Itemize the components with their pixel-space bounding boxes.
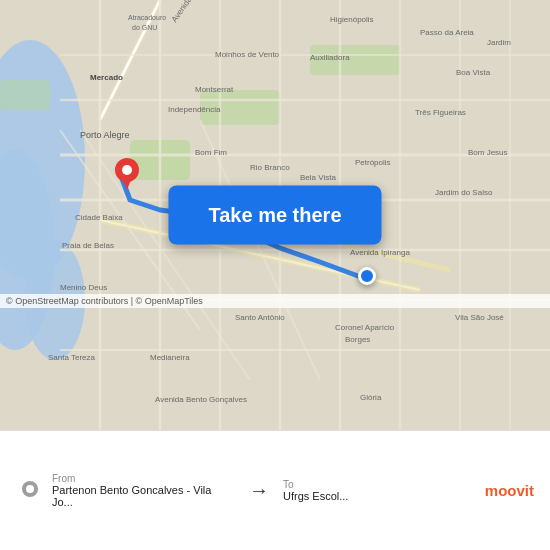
destination-dot xyxy=(358,267,376,285)
svg-rect-7 xyxy=(0,80,50,110)
map-area: Porto Alegre Cidade Baixa Praia de Belas… xyxy=(0,0,550,430)
svg-text:Bom Jesus: Bom Jesus xyxy=(468,148,508,157)
svg-text:Passo da Areia: Passo da Areia xyxy=(420,28,474,37)
svg-text:Rio Branco: Rio Branco xyxy=(250,163,290,172)
svg-text:Jardim do Salso: Jardim do Salso xyxy=(435,188,493,197)
from-stop: From Partenon Bento Goncalves - Vila Jo.… xyxy=(52,473,235,508)
svg-point-68 xyxy=(26,485,34,493)
svg-text:Avenida Bento Gonçalves: Avenida Bento Gonçalves xyxy=(155,395,247,404)
svg-text:Vila São José: Vila São José xyxy=(455,313,504,322)
svg-text:Praia de Belas: Praia de Belas xyxy=(62,241,114,250)
bottom-bar: From Partenon Bento Goncalves - Vila Jo.… xyxy=(0,430,550,550)
svg-text:Menino Deus: Menino Deus xyxy=(60,283,107,292)
to-stop: To Ufrgs Escol... xyxy=(283,479,466,502)
svg-text:do GNU: do GNU xyxy=(132,24,157,31)
to-stop-name: Ufrgs Escol... xyxy=(283,490,466,502)
take-me-there-button[interactable]: Take me there xyxy=(168,186,381,245)
from-sublabel: From xyxy=(52,473,235,484)
svg-text:Petrópolis: Petrópolis xyxy=(355,158,391,167)
origin-pin xyxy=(115,158,139,196)
svg-text:Mercado: Mercado xyxy=(90,73,123,82)
svg-text:Higienópolis: Higienópolis xyxy=(330,15,374,24)
svg-text:Boa Vista: Boa Vista xyxy=(456,68,491,77)
svg-text:Santo Antônio: Santo Antônio xyxy=(235,313,285,322)
svg-text:Bom Fim: Bom Fim xyxy=(195,148,227,157)
svg-point-66 xyxy=(122,165,132,175)
svg-text:Borges: Borges xyxy=(345,335,370,344)
from-stop-name: Partenon Bento Goncalves - Vila Jo... xyxy=(52,484,235,508)
svg-text:Três Figueiras: Três Figueiras xyxy=(415,108,466,117)
origin-icon xyxy=(16,479,44,503)
to-sublabel: To xyxy=(283,479,466,490)
moovit-logo: moovit xyxy=(474,482,534,499)
svg-text:Independência: Independência xyxy=(168,105,221,114)
svg-text:Moinhos de Vento: Moinhos de Vento xyxy=(215,50,280,59)
svg-text:Jardim: Jardim xyxy=(487,38,511,47)
svg-text:Medianeira: Medianeira xyxy=(150,353,190,362)
svg-text:Cidade Baixa: Cidade Baixa xyxy=(75,213,123,222)
map-attribution: © OpenStreetMap contributors | © OpenMap… xyxy=(0,294,550,308)
svg-text:Auxiliadora: Auxiliadora xyxy=(310,53,350,62)
svg-text:Glória: Glória xyxy=(360,393,382,402)
svg-text:Avenida Ipiranga: Avenida Ipiranga xyxy=(350,248,410,257)
arrow-separator: → xyxy=(243,479,275,502)
svg-text:Montserrat: Montserrat xyxy=(195,85,234,94)
svg-text:Atracadouro: Atracadouro xyxy=(128,14,166,21)
svg-marker-65 xyxy=(122,177,132,190)
svg-text:Coronel Aparício: Coronel Aparício xyxy=(335,323,395,332)
svg-text:Porto Alegre: Porto Alegre xyxy=(80,130,130,140)
svg-text:Bela Vista: Bela Vista xyxy=(300,173,336,182)
svg-text:Santa Tereza: Santa Tereza xyxy=(48,353,96,362)
